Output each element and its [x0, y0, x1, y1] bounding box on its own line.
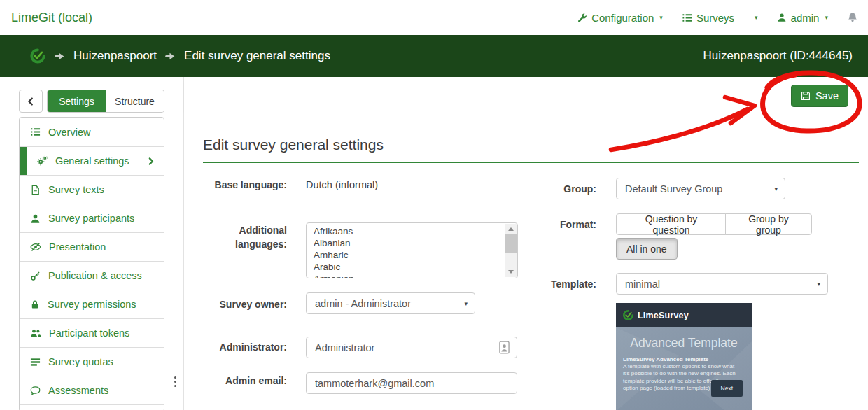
wrench-icon	[577, 13, 587, 23]
admin-email-input[interactable]	[306, 372, 517, 394]
user-label: admin	[791, 12, 820, 24]
caret-down-icon: ▾	[755, 15, 758, 21]
floppy-disk-icon	[801, 91, 811, 101]
group-label: Group:	[505, 182, 596, 196]
lock-icon	[30, 299, 40, 309]
action-toolbar: Save	[184, 77, 868, 112]
limesurvey-lime-icon[interactable]	[29, 48, 46, 64]
caret-down-icon: ▾	[464, 300, 468, 307]
collapse-sidebar-button[interactable]	[19, 90, 43, 113]
sidebar-item-survey-permissions[interactable]: Survey permissions	[20, 290, 164, 318]
configuration-label: Configuration	[592, 12, 654, 24]
user-icon	[30, 213, 41, 224]
sidebar-item-label: Survey participants	[48, 213, 134, 224]
format-all-in-one-button[interactable]: All in one	[616, 238, 678, 260]
sidebar-item-label: Overview	[48, 127, 90, 138]
user-menu[interactable]: admin ▾	[777, 12, 828, 24]
breadcrumb-arrow-icon	[55, 51, 65, 62]
language-option[interactable]: Arabic	[314, 261, 510, 273]
caret-down-icon: ▾	[774, 185, 778, 192]
caret-down-icon: ▾	[659, 15, 663, 21]
chevron-right-icon	[146, 157, 155, 166]
base-language-value: Dutch (informal)	[306, 178, 378, 192]
language-option[interactable]: Armenian	[314, 273, 510, 278]
bars-icon	[30, 357, 41, 367]
list-icon	[682, 13, 692, 23]
sidebar-tabs: Settings Structure	[47, 90, 164, 113]
group-select[interactable]: Default Survey Group ▾	[616, 178, 785, 199]
surveys-label: Surveys	[696, 12, 734, 24]
language-option[interactable]: Amharic	[314, 249, 510, 261]
sidebar-item-presentation[interactable]: Presentation	[20, 232, 164, 261]
sidebar-item-publication-access[interactable]: Publication & access	[20, 261, 164, 290]
listbox-scrollbar[interactable]	[505, 224, 517, 277]
language-option[interactable]: Afrikaans	[314, 225, 510, 237]
template-preview-subtitle: LimeSurvey Advanced Template	[623, 356, 745, 362]
template-select[interactable]: minimal ▾	[616, 273, 828, 295]
sidebar-item-general-settings[interactable]: General settings	[20, 146, 164, 175]
additional-languages-label: Additional languages:	[196, 223, 287, 251]
user-icon	[777, 13, 787, 22]
caret-down-icon: ▾	[825, 15, 828, 21]
sidebar-item-label: Publication & access	[48, 270, 142, 281]
configuration-menu[interactable]: Configuration ▾	[577, 12, 663, 24]
sidebar-item-label: Survey permissions	[48, 299, 136, 310]
administrator-label: Administrator:	[196, 340, 287, 354]
caret-down-icon: ▾	[817, 281, 820, 288]
base-language-label: Base language:	[196, 178, 287, 192]
brand-link[interactable]: LimeGit (local)	[11, 10, 92, 25]
survey-owner-value: admin - Administrator	[315, 298, 411, 309]
format-group-by-group-button[interactable]: Group by group	[725, 213, 812, 235]
breadcrumb-bar: Huizenpaspoort Edit survey general setti…	[0, 35, 868, 77]
template-value: minimal	[625, 278, 660, 290]
format-question-by-question-button[interactable]: Question by question	[616, 213, 727, 235]
template-preview-header: LimeSurvey	[616, 303, 752, 327]
language-option[interactable]: Albanian	[314, 237, 510, 249]
sidebar-menu: Overview General settings Survey texts S…	[19, 117, 164, 410]
sidebar: Settings Structure Overview General sett…	[19, 90, 164, 410]
template-preview-body: Advanced Template LimeSurvey Advanced Te…	[616, 327, 752, 410]
sidebar-item-participant-tokens[interactable]: Participant tokens	[20, 318, 164, 347]
chevron-left-icon	[26, 97, 36, 106]
sidebar-item-survey-quotas[interactable]: Survey quotas	[20, 347, 164, 376]
scrollbar-thumb[interactable]	[505, 234, 517, 253]
comment-icon	[30, 386, 41, 396]
sidebar-item-assessments[interactable]: Assessments	[20, 376, 164, 404]
sidebar-item-survey-texts[interactable]: Survey texts	[20, 175, 164, 204]
sidebar-item-label: Participant tokens	[49, 327, 130, 339]
breadcrumb-survey-title[interactable]: Huizenpaspoort	[74, 49, 157, 63]
sidebar-item-survey-participants[interactable]: Survey participants	[20, 204, 164, 232]
eye-slash-icon	[30, 241, 41, 253]
notifications-bell[interactable]	[847, 12, 858, 23]
save-button[interactable]: Save	[791, 85, 848, 107]
survey-owner-select[interactable]: admin - Administrator ▾	[306, 292, 475, 314]
sidebar-item-label: Survey texts	[48, 184, 104, 195]
cogs-icon	[36, 155, 48, 167]
template-preview-next-button[interactable]: Next	[711, 380, 743, 397]
page-title: Edit survey general settings	[203, 136, 384, 153]
users-icon	[30, 327, 41, 339]
surveys-menu[interactable]: Surveys	[682, 12, 734, 24]
breadcrumb-arrow-icon	[165, 51, 176, 62]
survey-id-label: Huizenpaspoort (ID:444645)	[703, 49, 855, 63]
format-label: Format:	[505, 218, 596, 232]
tab-structure[interactable]: Structure	[106, 90, 164, 112]
sidebar-item-overview[interactable]: Overview	[20, 118, 164, 146]
scroll-down-icon[interactable]	[505, 267, 517, 277]
admin-email-label: Admin email:	[196, 374, 287, 388]
sidebar-resize-handle[interactable]	[174, 376, 176, 387]
template-label: Template:	[505, 277, 596, 291]
sidebar-item-label: General settings	[55, 155, 130, 167]
breadcrumb-page: Edit survey general settings	[184, 49, 330, 63]
additional-languages-listbox[interactable]: Afrikaans Albanian Amharic Arabic Armeni…	[306, 222, 518, 278]
tab-settings[interactable]: Settings	[48, 90, 106, 112]
sidebar-item-clipped	[20, 404, 164, 410]
survey-owner-label: Survey owner:	[196, 297, 287, 311]
surveys-dropdown-caret[interactable]: ▾	[753, 15, 758, 21]
sidebar-item-label: Assessments	[48, 385, 108, 396]
limesurvey-lime-icon	[622, 309, 634, 321]
administrator-input[interactable]	[306, 337, 517, 358]
autofill-contact-icon[interactable]	[499, 341, 510, 354]
bell-icon	[847, 12, 858, 23]
sidebar-item-label: Presentation	[49, 241, 106, 253]
